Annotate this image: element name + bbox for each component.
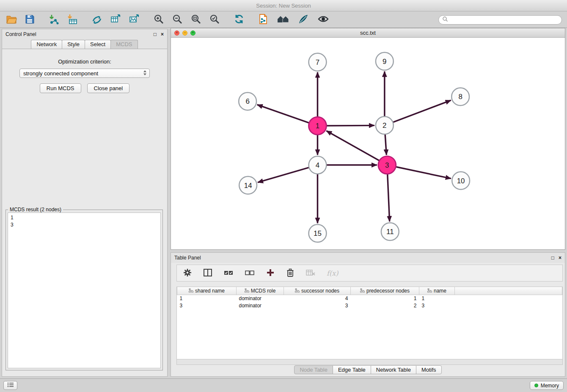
open-file-button[interactable]: [5, 13, 18, 26]
edge-3-10[interactable]: [396, 167, 451, 179]
node-11[interactable]: 11: [381, 223, 399, 240]
import-network-icon: [48, 14, 59, 26]
column-tree-icon: [245, 288, 249, 294]
edge-3-1[interactable]: [326, 131, 379, 161]
table-settings-button[interactable]: [182, 267, 193, 279]
save-session-button[interactable]: [24, 13, 36, 26]
deselect-all-button[interactable]: [244, 268, 256, 279]
memory-label: Memory: [541, 383, 559, 389]
tab-edge-table[interactable]: Edge Table: [333, 365, 371, 374]
gear-icon: [183, 268, 192, 279]
mcds-result-list[interactable]: 1 3: [8, 213, 161, 368]
eye-icon: [317, 14, 329, 25]
zoom-in-button[interactable]: [152, 13, 165, 27]
close-panel-button[interactable]: Close panel: [87, 83, 130, 93]
zoom-out-button[interactable]: [171, 13, 184, 27]
search-input[interactable]: [450, 17, 558, 23]
edge-4-14[interactable]: [258, 168, 309, 182]
network-document-button[interactable]: [257, 13, 269, 27]
network-window-title: scc.txt: [171, 30, 565, 36]
import-network-button[interactable]: [47, 13, 60, 27]
zoom-out-icon: [172, 14, 183, 26]
network-graph[interactable]: 7968124314101511: [171, 38, 565, 249]
unchecked-boxes-icon: [245, 268, 255, 278]
select-all-button[interactable]: [223, 268, 234, 279]
node-10[interactable]: 10: [452, 172, 470, 190]
close-window-icon[interactable]: ×: [174, 30, 179, 36]
zoom-fit-button[interactable]: [190, 13, 202, 27]
show-hide-button[interactable]: [317, 13, 330, 26]
tab-node-table[interactable]: Node Table: [294, 365, 333, 374]
apply-layout-button[interactable]: [233, 13, 245, 27]
export-image-button[interactable]: [128, 13, 140, 27]
split-column-button[interactable]: [202, 268, 213, 279]
column-header-mcds-role[interactable]: MCDS role: [237, 287, 284, 295]
delete-table-button: [305, 268, 317, 279]
column-header-name[interactable]: name: [419, 287, 455, 295]
zoom-selected-button[interactable]: [208, 13, 221, 27]
dropdown-arrows-icon: [143, 70, 147, 77]
table-row[interactable]: 1 dominator 4 1 1: [177, 295, 562, 302]
tab-style[interactable]: Style: [62, 40, 85, 49]
node-table: shared name MCDS role successor nodes pr…: [176, 287, 563, 359]
function-builder-button: f(x): [326, 268, 339, 278]
tab-motifs[interactable]: Motifs: [416, 365, 442, 374]
checked-boxes-icon: [223, 268, 234, 278]
svg-text:9: 9: [383, 58, 386, 66]
tab-mcds[interactable]: MCDS: [110, 40, 138, 49]
edge-3-11[interactable]: [388, 174, 390, 222]
mcds-result-title: MCDS result (2 nodes): [8, 207, 63, 213]
node-4[interactable]: 4: [309, 156, 327, 174]
optimization-criterion-select[interactable]: strongly connected component: [19, 69, 150, 78]
node-2[interactable]: 2: [376, 116, 394, 134]
zoom-selected-icon: [209, 14, 220, 26]
edge-2-3[interactable]: [385, 134, 386, 155]
network-window-titlebar[interactable]: scc.txt × – +: [171, 28, 565, 38]
image-arrow-icon: [129, 14, 140, 26]
column-header-successor-nodes[interactable]: successor nodes: [284, 287, 351, 295]
zoom-window-icon[interactable]: +: [190, 30, 195, 36]
node-9[interactable]: 9: [376, 52, 394, 70]
zoom-in-icon: [153, 14, 164, 26]
node-3[interactable]: 3: [378, 156, 396, 174]
network-canvas[interactable]: 7968124314101511: [171, 38, 565, 249]
node-14[interactable]: 14: [239, 177, 257, 194]
paint-style-button[interactable]: [297, 13, 310, 27]
delete-column-button[interactable]: [285, 267, 295, 279]
node-15[interactable]: 15: [309, 224, 327, 242]
minimize-window-icon[interactable]: –: [182, 30, 187, 36]
add-column-button[interactable]: [265, 267, 276, 279]
close-panel-icon[interactable]: ×: [559, 255, 561, 260]
export-table-button[interactable]: [109, 13, 122, 27]
node-6[interactable]: 6: [239, 92, 256, 110]
task-history-button[interactable]: [3, 381, 17, 390]
run-mcds-button[interactable]: Run MCDS: [40, 83, 81, 93]
column-header-predecessor-nodes[interactable]: predecessor nodes: [351, 287, 419, 295]
edge-1-2[interactable]: [326, 125, 374, 126]
close-panel-icon[interactable]: ×: [161, 32, 164, 37]
float-panel-icon[interactable]: □: [551, 255, 554, 260]
float-panel-icon[interactable]: □: [154, 32, 157, 37]
node-7[interactable]: 7: [309, 53, 327, 71]
table-row[interactable]: 3 dominator 3 2 3: [177, 302, 562, 309]
tab-network[interactable]: Network: [31, 40, 62, 49]
neighbors-button[interactable]: [276, 13, 290, 26]
table-scrollbar-track[interactable]: [176, 359, 563, 365]
import-table-button[interactable]: [66, 13, 79, 27]
window-titlebar: Session: New Session: [0, 0, 567, 11]
edge-1-6[interactable]: [257, 105, 309, 123]
column-header-shared-name[interactable]: shared name: [177, 287, 237, 295]
tab-select[interactable]: Select: [85, 40, 111, 49]
memory-button[interactable]: Memory: [530, 381, 564, 390]
column-header-filler: [455, 287, 562, 295]
edge-2-8[interactable]: [393, 100, 451, 122]
curved-arrows-icon: [91, 14, 102, 26]
memory-status-icon: [534, 384, 538, 387]
node-1[interactable]: 1: [309, 117, 327, 135]
export-network-button[interactable]: [91, 13, 103, 27]
refresh-icon: [234, 14, 245, 26]
search-field[interactable]: [438, 15, 562, 25]
zoom-fit-icon: [190, 14, 201, 26]
node-8[interactable]: 8: [451, 88, 469, 106]
tab-network-table[interactable]: Network Table: [371, 365, 416, 374]
